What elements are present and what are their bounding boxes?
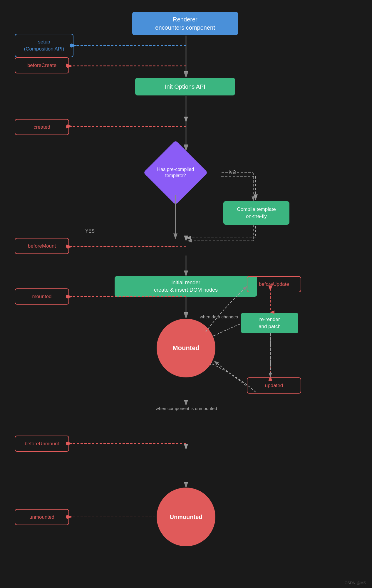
when-data-changes-label: when data changes [200, 314, 238, 320]
re-render-box: re-render and patch [241, 313, 298, 333]
initial-render-box: initial render create & insert DOM nodes [115, 276, 257, 297]
mounted-hook-box: mounted [15, 288, 69, 305]
before-create-box: beforeCreate [15, 57, 69, 73]
has-template-diamond: Has pre-compiled template? [153, 150, 198, 195]
created-box: created [15, 119, 69, 135]
before-mount-box: beforeMount [15, 238, 69, 254]
when-unmounted-label: when component is unmounted [156, 405, 217, 411]
no-label: NO [229, 170, 236, 175]
mounted-circle: Mounted [157, 319, 215, 377]
unmounted-hook-box: unmounted [15, 509, 69, 525]
before-update-box: beforeUpdate [247, 276, 301, 292]
init-options-box: Init Options API [135, 78, 235, 95]
renderer-box: Renderer encounters component [132, 12, 238, 35]
compile-template-box: Compile template on-the-fly [223, 201, 289, 225]
watermark: CSDN @MS [345, 581, 366, 585]
updated-box: updated [247, 377, 301, 394]
setup-box: setup (Composition API) [15, 34, 73, 57]
diagram-container: Renderer encounters component setup (Com… [0, 0, 372, 588]
before-unmount-box: beforeUnmount [15, 436, 69, 452]
unmounted-circle: Unmounted [157, 488, 215, 546]
yes-label: YES [85, 229, 95, 234]
